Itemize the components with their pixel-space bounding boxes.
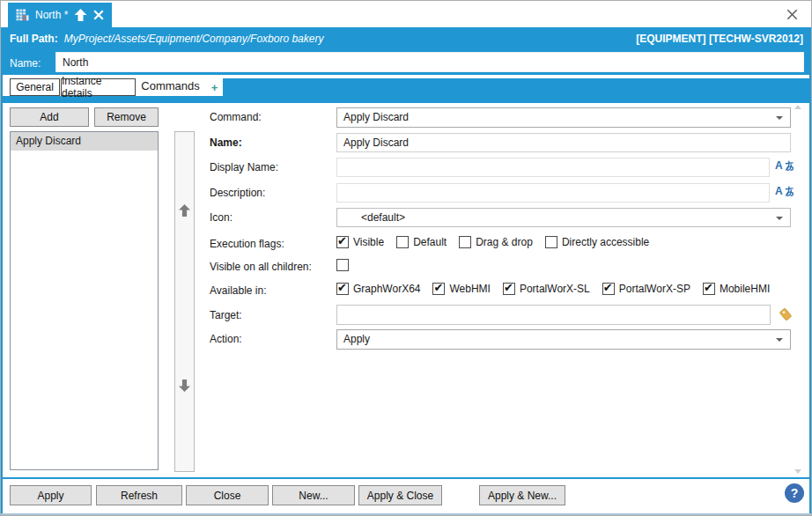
checkbox-box: [336, 283, 349, 295]
checkbox-label: Directly accessible: [562, 236, 649, 248]
checkbox-box: [336, 236, 349, 248]
name-field-label: Name:: [210, 136, 242, 149]
display-name-field[interactable]: [336, 158, 770, 177]
localize-icon[interactable]: A: [775, 159, 795, 172]
checkbox-label: Drag & drop: [476, 236, 533, 248]
visible-on-all-children-group: [336, 259, 349, 271]
target-label: Target:: [210, 309, 242, 321]
icon-dropdown[interactable]: <default>: [336, 208, 791, 227]
tab-strip: General Instance details Commands +: [1, 75, 811, 96]
chevron-down-icon: [776, 116, 783, 120]
commands-panel: Add Remove Apply Discard Command: Name: …: [1, 103, 811, 477]
move-down-button[interactable]: [179, 380, 190, 392]
full-path-label: Full Path:: [10, 33, 58, 45]
promote-icon[interactable]: [74, 9, 87, 21]
checkbox-webhmi[interactable]: WebHMI: [432, 283, 490, 295]
icon-dropdown-value: <default>: [361, 211, 405, 224]
checkbox-box: [336, 259, 349, 271]
context-info: [EQUIPMENT] [TECHW-SVR2012]: [636, 33, 803, 45]
apply-close-button[interactable]: Apply & Close: [358, 485, 442, 505]
tab-commands[interactable]: Commands: [137, 76, 203, 96]
window-border-left: [1, 27, 3, 513]
property-window: North * Full Path: MyProject/Assets/Equi…: [0, 0, 812, 516]
reorder-strip: [174, 131, 195, 472]
checkbox-box: [602, 283, 615, 295]
window-border-bottom: [1, 513, 811, 515]
apply-new-button[interactable]: Apply & New...: [479, 485, 565, 505]
action-dropdown[interactable]: Apply: [336, 329, 791, 350]
checkbox-label: MobileHMI: [720, 283, 770, 295]
tag-icon[interactable]: [778, 306, 794, 322]
close-icon: [786, 9, 798, 20]
checkbox-portalworx-sp[interactable]: PortalWorX-SP: [602, 283, 690, 295]
command-label: Command:: [210, 111, 262, 123]
checkbox-drag-drop[interactable]: Drag & drop: [459, 236, 533, 248]
footer: Apply Refresh Close New... Apply & Close…: [1, 477, 811, 515]
localize-icon-letter: A: [775, 159, 783, 172]
new-button[interactable]: New...: [272, 485, 355, 505]
tab-general[interactable]: General: [10, 78, 60, 96]
apply-button[interactable]: Apply: [10, 485, 92, 505]
checkbox-visible[interactable]: Visible: [336, 236, 384, 248]
full-path-row: Full Path: MyProject/Assets/Equipment/Co…: [10, 33, 803, 45]
header: Full Path: MyProject/Assets/Equipment/Co…: [1, 27, 811, 75]
move-up-button[interactable]: [179, 204, 190, 217]
document-tab[interactable]: North *: [8, 3, 112, 27]
titlebar: North *: [1, 1, 811, 27]
localize-icon-letter: A: [775, 185, 783, 197]
tab-add[interactable]: +: [206, 78, 223, 96]
chevron-down-icon: [776, 338, 783, 342]
help-button[interactable]: ?: [785, 483, 804, 503]
scrollbar-up-icon[interactable]: [794, 105, 801, 109]
window-border-right: [809, 27, 811, 513]
available-in-group: GraphWorX64 WebHMI PortalWorX-SL PortalW…: [336, 283, 770, 295]
icon-label: Icon:: [210, 211, 233, 224]
checkbox-box: [459, 236, 471, 248]
display-name-label: Display Name:: [210, 161, 278, 173]
checkbox-box: [545, 236, 557, 248]
list-item-apply-discard[interactable]: Apply Discard: [11, 132, 158, 151]
checkbox-label: Default: [413, 236, 447, 248]
checkbox-visible-on-all-children[interactable]: [336, 259, 349, 271]
tab-close-icon[interactable]: [93, 10, 104, 20]
checkbox-graphworx64[interactable]: GraphWorX64: [336, 283, 420, 295]
checkbox-label: PortalWorX-SL: [520, 283, 590, 295]
tab-instance-details[interactable]: Instance details: [61, 78, 136, 96]
checkbox-label: GraphWorX64: [353, 283, 420, 295]
target-field[interactable]: [336, 305, 771, 325]
chevron-down-icon: [776, 217, 783, 220]
add-button[interactable]: Add: [10, 107, 89, 127]
command-dropdown[interactable]: Apply Discard: [336, 107, 791, 128]
command-dropdown-value: Apply Discard: [343, 111, 409, 123]
execution-flags-group: Visible Default Drag & drop Directly acc…: [336, 236, 649, 248]
checkbox-label: PortalWorX-SP: [619, 283, 690, 295]
checkbox-box: [396, 236, 409, 248]
document-tab-title: North *: [35, 9, 68, 21]
checkbox-box: [703, 283, 715, 295]
close-button[interactable]: Close: [186, 485, 269, 505]
name-label: Name:: [10, 57, 41, 70]
refresh-button[interactable]: Refresh: [96, 485, 182, 505]
localize-icon-kana: [784, 186, 795, 197]
description-field[interactable]: [336, 183, 770, 203]
localize-icon[interactable]: A: [775, 185, 795, 197]
checkbox-box: [432, 283, 445, 295]
description-label: Description:: [210, 187, 265, 199]
equipment-icon: [16, 9, 29, 21]
checkbox-label: WebHMI: [449, 283, 490, 295]
checkbox-directly-accessible[interactable]: Directly accessible: [545, 236, 649, 248]
name-input[interactable]: North: [55, 52, 804, 72]
remove-button[interactable]: Remove: [94, 107, 159, 127]
available-in-label: Available in:: [210, 284, 267, 297]
checkbox-box: [503, 283, 515, 295]
scrollbar-down-icon[interactable]: [794, 469, 801, 474]
checkbox-default[interactable]: Default: [396, 236, 447, 248]
localize-icon-kana: [784, 160, 795, 172]
checkbox-portalworx-sl[interactable]: PortalWorX-SL: [503, 283, 590, 295]
name-field[interactable]: Apply Discard: [336, 133, 791, 152]
command-list[interactable]: Apply Discard: [10, 131, 159, 470]
execution-flags-label: Execution flags:: [210, 238, 284, 250]
window-close-button[interactable]: [785, 7, 799, 21]
full-path-value: MyProject/Assets/Equipment/Company/Foxbo…: [64, 33, 324, 45]
checkbox-mobilehmi[interactable]: MobileHMI: [703, 283, 770, 295]
